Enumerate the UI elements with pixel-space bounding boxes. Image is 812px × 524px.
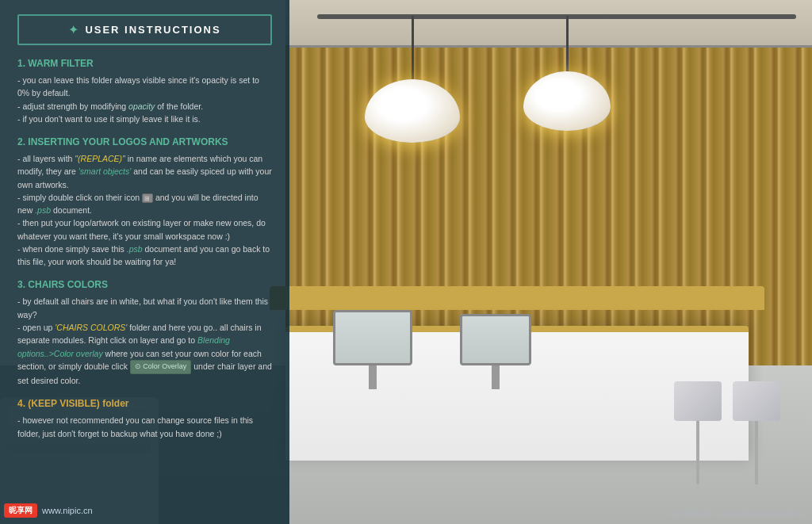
stool-2 — [733, 381, 780, 484]
photo-id: ID:31858261 NO:20210616162634937123 — [671, 510, 806, 518]
section-4-text: - however not recommended you can change… — [17, 414, 272, 440]
leaf-icon: ✦ — [68, 22, 79, 37]
section-keep-visible: 4. (KEEP VISIBLE) folder - however not r… — [17, 398, 272, 440]
section-1-text: - you can leave this folder always visib… — [17, 74, 272, 125]
watermark-url: www.nipic.cn — [42, 506, 93, 515]
pendant-light-1 — [365, 16, 460, 143]
panel-header: ✦ USER INSTRUCTIONS — [17, 14, 272, 45]
watermark-logo: 昵享网 — [4, 503, 37, 518]
section-warm-filter: 1. WARM FILTER - you can leave this fold… — [17, 58, 272, 125]
bar-stools — [674, 381, 788, 484]
pendant-light-2 — [523, 16, 611, 131]
section-logos: 2. INSERTING YOUR LOGOS AND ARTWORKS - a… — [17, 136, 272, 268]
panel-title: USER INSTRUCTIONS — [85, 24, 220, 36]
instruction-panel: ✦ USER INSTRUCTIONS 1. WARM FILTER - you… — [0, 0, 289, 524]
monitor-1 — [333, 310, 412, 389]
watermark: 昵享网 www.nipic.cn — [4, 503, 93, 518]
section-2-text: - all layers with "(REPLACE)" in name ar… — [17, 152, 272, 268]
desk-top — [270, 286, 764, 310]
section-3-text: - by default all chairs are in white, bu… — [17, 295, 272, 387]
section-3-heading: 3. CHAIRS COLORS — [17, 279, 272, 290]
section-chairs: 3. CHAIRS COLORS - by default all chairs… — [17, 279, 272, 387]
monitor-2 — [460, 314, 531, 389]
stool-1 — [674, 381, 722, 484]
section-4-heading: 4. (KEEP VISIBLE) folder — [17, 398, 272, 409]
section-2-heading: 2. INSERTING YOUR LOGOS AND ARTWORKS — [17, 136, 272, 147]
section-1-heading: 1. WARM FILTER — [17, 58, 272, 69]
